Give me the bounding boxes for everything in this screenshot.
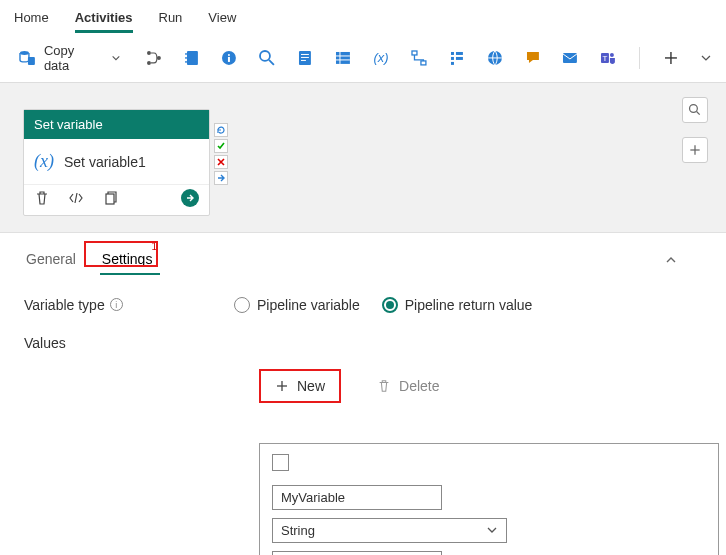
- collapse-panel-button[interactable]: [664, 253, 678, 267]
- radio-circle-icon: [382, 297, 398, 313]
- settings-form: Variable type i Pipeline variable Pipeli…: [0, 275, 726, 555]
- skip-port[interactable]: [214, 171, 228, 185]
- radio-label: Pipeline return value: [405, 297, 533, 313]
- svg-rect-24: [421, 61, 426, 65]
- globe-icon[interactable]: [486, 49, 504, 67]
- new-button-label: New: [297, 378, 325, 394]
- svg-rect-41: [106, 194, 114, 204]
- activity-name: Set variable1: [64, 154, 146, 170]
- svg-rect-15: [301, 54, 309, 55]
- svg-line-13: [269, 60, 274, 65]
- value-row-checkbox[interactable]: [272, 454, 289, 471]
- value-type-selected: String: [281, 523, 315, 538]
- add-icon[interactable]: [662, 49, 680, 67]
- svg-rect-27: [451, 57, 454, 60]
- svg-rect-16: [301, 57, 309, 58]
- variable-icon[interactable]: (x): [372, 49, 390, 67]
- svg-rect-25: [451, 52, 454, 55]
- activity-footer: [24, 184, 209, 215]
- delete-value-button[interactable]: Delete: [363, 371, 453, 401]
- variable-type-label: Variable type i: [24, 297, 234, 313]
- values-label: Values: [24, 335, 234, 351]
- tab-view[interactable]: View: [208, 2, 236, 33]
- chevron-down-icon: [111, 53, 121, 63]
- activity-status-ports: [214, 123, 228, 185]
- svg-point-34: [610, 53, 614, 57]
- script-icon[interactable]: [296, 49, 314, 67]
- svg-point-37: [690, 105, 698, 113]
- tab-general[interactable]: General: [24, 247, 78, 273]
- radio-circle-icon: [234, 297, 250, 313]
- value-editor: MyVariable String Some value: [259, 443, 719, 555]
- chevron-down-icon[interactable]: [700, 49, 712, 67]
- tab-run[interactable]: Run: [159, 2, 183, 33]
- activity-set-variable[interactable]: Set variable x Set variable1: [23, 109, 210, 216]
- svg-point-12: [260, 51, 270, 61]
- svg-rect-1: [28, 57, 35, 65]
- activity-body: x Set variable1: [24, 139, 209, 184]
- svg-point-3: [147, 61, 151, 65]
- new-value-button[interactable]: New: [259, 369, 341, 403]
- svg-rect-17: [301, 60, 306, 61]
- svg-point-10: [228, 54, 230, 56]
- search-icon[interactable]: [258, 49, 276, 67]
- teams-icon[interactable]: T: [599, 49, 617, 67]
- copy-data-button[interactable]: Copy data: [14, 40, 125, 76]
- toolbar-separator: [639, 47, 640, 69]
- canvas-tools: [682, 97, 708, 163]
- svg-text:(x): (x): [373, 50, 388, 65]
- variable-type-radio-group: Pipeline variable Pipeline return value: [234, 297, 532, 313]
- database-copy-icon: [18, 49, 36, 67]
- canvas-search-button[interactable]: [682, 97, 708, 123]
- pipeline-canvas[interactable]: Set variable x Set variable1: [0, 83, 726, 233]
- variable-icon: x: [34, 151, 54, 172]
- svg-rect-28: [456, 57, 463, 60]
- code-icon[interactable]: [68, 190, 84, 206]
- tab-settings[interactable]: Settings1: [100, 245, 160, 275]
- svg-line-38: [697, 112, 700, 115]
- info-icon[interactable]: [220, 49, 238, 67]
- mail-icon[interactable]: [561, 49, 579, 67]
- copy-data-label: Copy data: [44, 43, 103, 73]
- copy-icon[interactable]: [102, 190, 118, 206]
- list-icon[interactable]: [448, 49, 466, 67]
- activity-header: Set variable: [24, 110, 209, 139]
- tab-settings-label: Settings: [102, 251, 153, 267]
- branch-icon[interactable]: [145, 49, 163, 67]
- canvas-add-button[interactable]: [682, 137, 708, 163]
- svg-text:T: T: [603, 54, 608, 63]
- svg-rect-23: [412, 51, 417, 55]
- svg-rect-18: [336, 52, 350, 64]
- value-type-select[interactable]: String: [272, 518, 507, 543]
- chat-icon[interactable]: [524, 49, 542, 67]
- svg-rect-26: [456, 52, 463, 55]
- values-action-bar: New Delete: [259, 369, 702, 403]
- tab-home[interactable]: Home: [14, 2, 49, 33]
- plus-icon: [275, 379, 289, 393]
- row-values: Values: [24, 335, 702, 351]
- delete-icon[interactable]: [34, 190, 50, 206]
- table-icon[interactable]: [334, 49, 352, 67]
- value-value-input[interactable]: Some value: [272, 551, 442, 555]
- value-name-input[interactable]: MyVariable: [272, 485, 442, 510]
- activity-detail-tabs: General Settings1: [0, 233, 726, 275]
- info-icon[interactable]: i: [110, 298, 123, 311]
- radio-pipeline-variable[interactable]: Pipeline variable: [234, 297, 360, 313]
- svg-rect-11: [228, 57, 230, 62]
- flow-icon[interactable]: [410, 49, 428, 67]
- notebook-icon[interactable]: [183, 49, 201, 67]
- svg-rect-31: [563, 53, 577, 63]
- radio-pipeline-return-value[interactable]: Pipeline return value: [382, 297, 533, 313]
- settings-change-badge: 1: [151, 241, 157, 252]
- top-tab-bar: Home Activities Run View: [0, 0, 726, 34]
- activities-toolbar: Copy data (x) T: [0, 34, 726, 83]
- run-icon[interactable]: [181, 189, 199, 207]
- delete-button-label: Delete: [399, 378, 439, 394]
- success-port[interactable]: [214, 139, 228, 153]
- failure-port[interactable]: [214, 155, 228, 169]
- row-variable-type: Variable type i Pipeline variable Pipeli…: [24, 297, 702, 313]
- refresh-port[interactable]: [214, 123, 228, 137]
- svg-point-2: [147, 51, 151, 55]
- variable-type-label-text: Variable type: [24, 297, 105, 313]
- tab-activities[interactable]: Activities: [75, 2, 133, 33]
